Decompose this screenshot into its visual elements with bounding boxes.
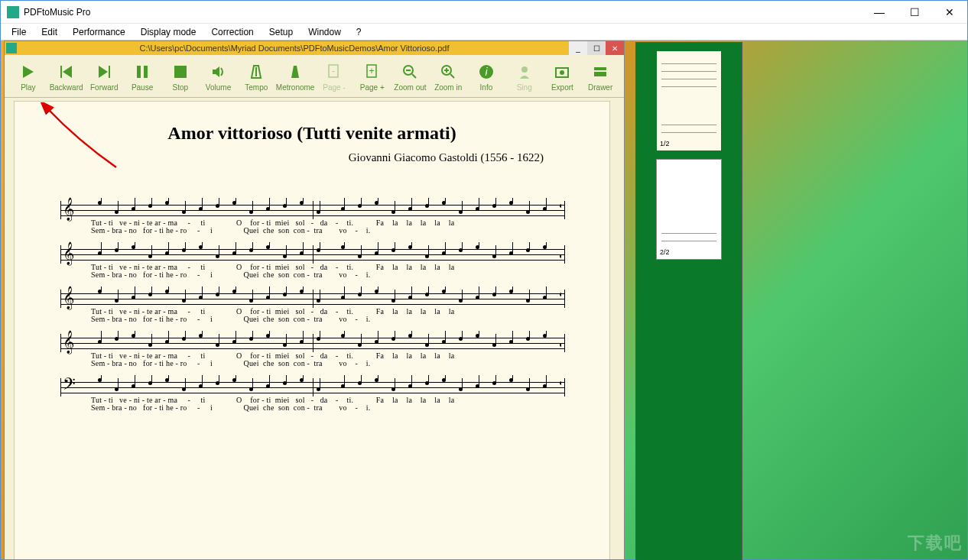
app-icon: [7, 6, 19, 18]
lyric-line-2: Sem - bra - no for - ti he - ro - i Quei…: [91, 316, 567, 323]
menu-correction[interactable]: Correction: [205, 25, 259, 39]
zoom-out-icon: [398, 60, 421, 83]
toolbar-zoom-in-button[interactable]: Zoom in: [430, 60, 466, 92]
page-area[interactable]: Amor vittorioso (Tutti venite armati) Gi…: [5, 98, 624, 559]
zoom-in-icon: [437, 60, 460, 83]
toolbar-label: Export: [551, 83, 573, 92]
menu-help[interactable]: ?: [350, 25, 368, 39]
staff: 𝄞: [60, 334, 565, 352]
mdi-container: C:\Users\pc\Documents\Myriad Documents\P…: [1, 40, 967, 559]
forward-icon: [93, 60, 115, 83]
notes: [92, 242, 561, 265]
toolbar-label: Volume: [206, 83, 231, 92]
svg-rect-4: [174, 66, 187, 78]
svg-rect-23: [594, 72, 606, 76]
toolbar-sing-button: Sing: [507, 60, 542, 92]
export-icon: [551, 60, 573, 83]
menubar: File Edit Performance Display mode Corre…: [1, 24, 967, 40]
thumbnail-preview: [661, 59, 716, 135]
menu-window[interactable]: Window: [302, 25, 347, 39]
toolbar-label: Backward: [50, 83, 83, 92]
toolbar-label: Page -: [323, 83, 345, 92]
staff-system: 𝄞Tut - ti ve - ni - te ar - ma - ti O fo…: [57, 201, 567, 235]
play-icon: [17, 60, 40, 83]
window-minimize-button[interactable]: —: [862, 1, 897, 24]
toolbar-label: Sing: [517, 83, 532, 92]
toolbar-volume-button[interactable]: Volume: [201, 60, 236, 92]
svg-rect-22: [594, 67, 606, 70]
lyric-line-2: Sem - bra - no for - ti he - ro - i Quei…: [91, 227, 567, 235]
toolbar-stop-button[interactable]: Stop: [163, 60, 198, 92]
svg-point-21: [560, 70, 564, 75]
toolbar-label: Info: [480, 83, 493, 92]
watermark: 下载吧: [908, 532, 963, 555]
staff: 𝄞: [60, 290, 565, 308]
toolbar-zoom-out-button[interactable]: Zoom out: [393, 60, 428, 92]
thumbnail-panel[interactable]: 1/2 2/2: [635, 42, 742, 560]
staff: 𝄞: [60, 201, 565, 219]
thumbnail-page-1[interactable]: 1/2: [656, 50, 722, 151]
backward-icon: [55, 60, 78, 83]
toolbar-label: Drawer: [588, 83, 612, 92]
toolbar-drawer-button[interactable]: Drawer: [583, 60, 618, 92]
toolbar-label: Tempo: [245, 83, 268, 92]
bass-clef-icon: 𝄢: [63, 375, 76, 398]
svg-rect-0: [60, 66, 62, 78]
document-titlebar: C:\Users\pc\Documents\Myriad Documents\P…: [5, 41, 624, 55]
toolbar-label: Play: [21, 83, 35, 92]
toolbar-label: Forward: [90, 83, 119, 92]
toolbar-forward-button[interactable]: Forward: [86, 60, 122, 92]
svg-rect-1: [109, 66, 110, 78]
doc-maximize-button[interactable]: ☐: [587, 41, 606, 55]
toolbar-pause-button[interactable]: Pause: [125, 60, 160, 92]
titlebar: PDFtoMusic Pro — ☐ ✕: [1, 1, 967, 24]
toolbar-metronome-button[interactable]: Metronome: [277, 60, 313, 92]
menu-setup[interactable]: Setup: [263, 25, 299, 39]
doc-close-button[interactable]: ✕: [606, 41, 624, 55]
score-composer: Giovanni Giacomo Gastoldi (1556 - 1622): [57, 151, 567, 164]
svg-text:-: -: [332, 66, 335, 76]
toolbar-info-button[interactable]: iInfo: [469, 60, 504, 92]
app-window: PDFtoMusic Pro — ☐ ✕ File Edit Performan…: [0, 0, 968, 560]
thumbnail-label: 1/2: [660, 140, 718, 147]
score-title: Amor vittorioso (Tutti venite armati): [57, 123, 567, 144]
toolbar-backward-button[interactable]: Backward: [49, 60, 84, 92]
staff-system: 𝄞Tut - ti ve - ni - te ar - ma - ti O fo…: [57, 334, 567, 367]
svg-text:+: +: [369, 66, 374, 76]
menu-performance[interactable]: Performance: [67, 25, 132, 39]
staff-system: 𝄢Tut - ti ve - ni - te ar - ma - ti O fo…: [57, 378, 567, 412]
toolbar-export-button[interactable]: Export: [545, 60, 580, 92]
menu-file[interactable]: File: [5, 25, 32, 39]
svg-point-19: [521, 66, 528, 73]
menu-display-mode[interactable]: Display mode: [135, 25, 203, 39]
toolbar-page-minus-button: -Page -: [317, 60, 352, 92]
sing-icon: [513, 60, 536, 83]
window-maximize-button[interactable]: ☐: [897, 1, 932, 24]
toolbar-tempo-button[interactable]: Tempo: [239, 60, 274, 92]
app-title: PDFtoMusic Pro: [24, 7, 862, 18]
score-page: Amor vittorioso (Tutti venite armati) Gi…: [14, 101, 610, 559]
staff-system: 𝄞Tut - ti ve - ni - te ar - ma - ti O fo…: [57, 290, 567, 323]
toolbar: PlayBackwardForwardPauseStopVolumeTempoM…: [5, 55, 624, 98]
lyric-line-2: Sem - bra - no for - ti he - ro - i Quei…: [91, 271, 567, 279]
svg-line-14: [450, 74, 454, 78]
toolbar-page-plus-button[interactable]: +Page +: [355, 60, 390, 92]
page-minus-icon: -: [323, 60, 346, 83]
treble-clef-icon: 𝄞: [63, 286, 74, 309]
toolbar-label: Zoom out: [394, 83, 426, 92]
thumbnail-page-2[interactable]: 2/2: [656, 159, 722, 260]
toolbar-play-button[interactable]: Play: [11, 60, 46, 92]
staff: 𝄢: [60, 378, 565, 397]
lyric-line-2: Sem - bra - no for - ti he - ro - i Quei…: [91, 360, 567, 367]
staff: 𝄞: [60, 245, 565, 264]
menu-edit[interactable]: Edit: [35, 25, 63, 39]
svg-line-11: [412, 74, 416, 78]
page-plus-icon: +: [361, 60, 384, 83]
pause-icon: [131, 60, 154, 83]
treble-clef-icon: 𝄞: [63, 331, 74, 354]
window-close-button[interactable]: ✕: [932, 1, 967, 24]
svg-rect-2: [137, 66, 141, 78]
doc-minimize-button[interactable]: _: [569, 41, 587, 55]
toolbar-label: Pause: [132, 83, 153, 92]
metronome-icon: [284, 60, 307, 83]
